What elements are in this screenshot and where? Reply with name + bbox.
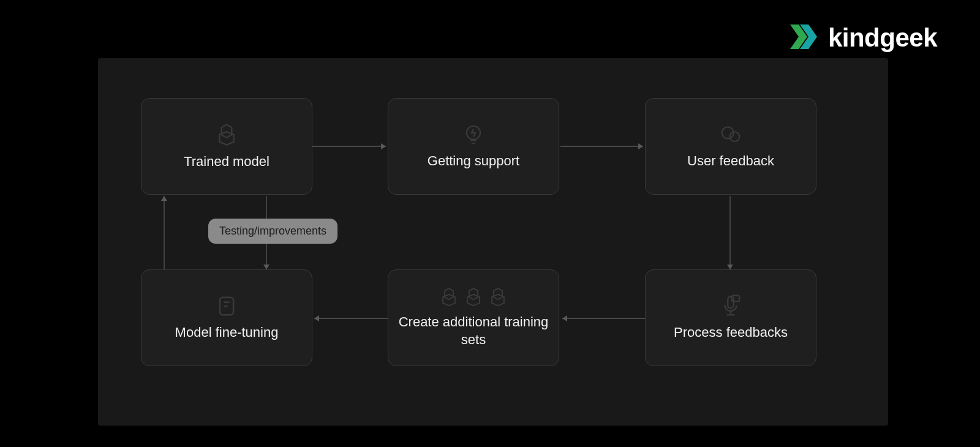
book-icon (215, 295, 238, 318)
node-create-sets: Create additional training sets (388, 269, 559, 366)
node-process-feedbacks: Process feedbacks (645, 269, 816, 366)
node-getting-support: Getting support (388, 98, 559, 195)
mic-icon (719, 295, 742, 318)
diagram-canvas: Trained model Getting support User feedb… (98, 58, 888, 426)
openai-x3-icon (439, 287, 508, 307)
svg-rect-22 (728, 296, 734, 308)
svg-marker-3 (381, 143, 386, 149)
node-label: Getting support (418, 152, 529, 170)
node-label: User feedback (678, 152, 783, 170)
node-trained-model: Trained model (141, 98, 312, 195)
node-label: Create additional training sets (388, 314, 559, 348)
svg-marker-9 (562, 315, 567, 321)
svg-marker-15 (263, 265, 270, 269)
brand-logo: kindgeek (790, 23, 937, 53)
svg-marker-7 (727, 265, 733, 269)
openai-icon (214, 122, 239, 147)
bulb-icon (462, 123, 485, 146)
node-user-feedback: User feedback (645, 98, 816, 195)
node-label: Process feedbacks (665, 324, 797, 342)
brand-name: kindgeek (828, 23, 937, 53)
svg-marker-5 (638, 143, 643, 149)
node-fine-tuning: Model fine-tuning (141, 269, 312, 366)
edge-label-testing: Testing/improvements (208, 219, 337, 244)
node-label: Model fine-tuning (166, 324, 288, 342)
logo-chevrons-icon (790, 23, 820, 53)
svg-marker-13 (161, 196, 167, 201)
node-label: Trained model (175, 153, 279, 171)
svg-marker-11 (314, 315, 319, 321)
chat-icon (719, 123, 742, 146)
